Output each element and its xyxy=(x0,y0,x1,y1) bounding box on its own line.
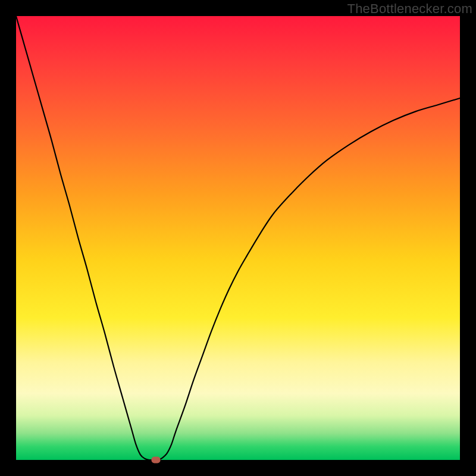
chart-frame: TheBottlenecker.com xyxy=(0,0,476,476)
curve-path xyxy=(16,16,460,460)
watermark-text: TheBottlenecker.com xyxy=(347,1,472,17)
optimum-marker xyxy=(151,457,160,464)
bottleneck-curve xyxy=(16,16,460,460)
